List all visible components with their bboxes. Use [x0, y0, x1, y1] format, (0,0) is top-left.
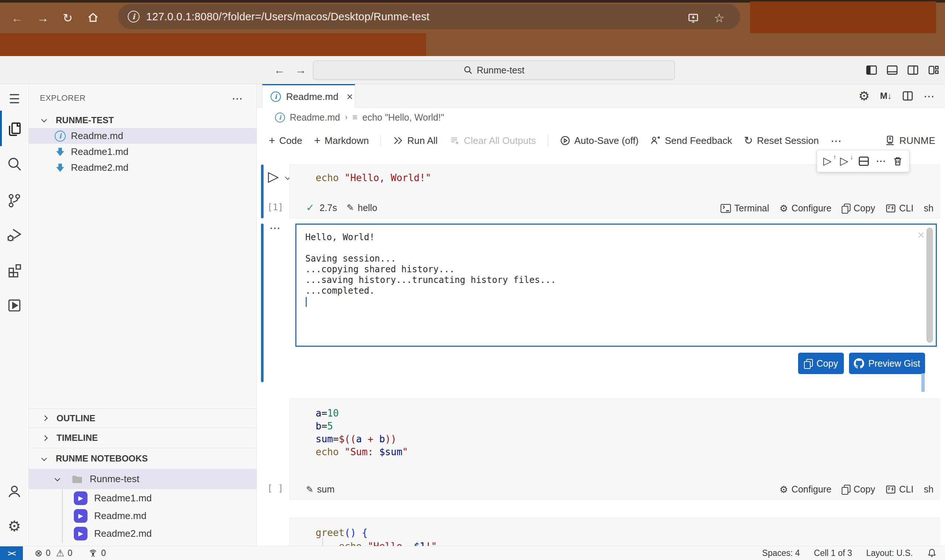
toggle-secondary-sidebar-icon[interactable] [907, 65, 919, 75]
terminal-output[interactable]: Hello, World! Saving session... ...copyi… [295, 223, 937, 347]
browser-theme-block-left [0, 33, 426, 56]
run-cell-icon[interactable]: ▷ [268, 168, 279, 185]
browser-theme-block [750, 2, 936, 33]
settings-gear-icon[interactable]: ⚙ [0, 512, 29, 540]
toggle-primary-sidebar-icon[interactable] [866, 65, 877, 75]
markdown-preview-icon[interactable]: M↓ [880, 91, 892, 101]
breadcrumb-file[interactable]: Readme.md [290, 112, 340, 123]
run-all-button[interactable]: Run All [393, 135, 438, 146]
notebook-file-row[interactable]: ▶ Readme1.md [29, 489, 257, 507]
status-layout[interactable]: Layout: U.S. [866, 548, 913, 558]
send-feedback-button[interactable]: Send Feedback [651, 135, 732, 146]
status-cell[interactable]: Cell 1 of 3 [814, 548, 853, 558]
timeline-section-header[interactable]: TIMELINE [29, 428, 257, 448]
notebook-folder-row[interactable]: Runme-test [29, 469, 257, 489]
toolbar-more-icon[interactable]: ⋯ [831, 134, 842, 147]
run-above-icon[interactable]: ▷↑ [823, 156, 831, 166]
status-spaces[interactable]: Spaces: 4 [762, 548, 800, 558]
open-terminal-button[interactable]: Terminal [721, 203, 769, 214]
notebook-settings-gear-icon[interactable]: ⚙ [859, 90, 870, 102]
run-all-icon [393, 135, 403, 146]
copy-cell-button[interactable]: Copy [842, 203, 875, 214]
toggle-panel-icon[interactable] [887, 65, 898, 75]
explorer-root-folder[interactable]: RUNME-TEST [29, 112, 257, 128]
file-row-readme[interactable]: i Readme.md [29, 128, 257, 144]
configure-button[interactable]: ⚙Configure [780, 203, 832, 214]
command-center-search[interactable]: Runme-test [313, 60, 675, 80]
close-tab-icon[interactable]: × [347, 91, 353, 103]
cell-name[interactable]: sum [317, 484, 335, 495]
close-output-icon[interactable]: × [917, 228, 925, 242]
url-text[interactable]: 127.0.0.1:8080/?folder=/Users/macos/Desk… [146, 11, 430, 23]
code-cell-1[interactable]: echo "Hello, World!" ✓ 2.7s ✎ hello Term… [290, 165, 940, 218]
install-app-icon[interactable] [688, 12, 699, 24]
run-debug-icon[interactable] [0, 221, 29, 249]
run-below-icon[interactable]: ▷↓ [840, 156, 848, 166]
cell-name[interactable]: hello [358, 203, 377, 213]
search-icon[interactable] [0, 150, 29, 178]
browser-reload-icon[interactable]: ↻ [63, 12, 73, 24]
cell-language[interactable]: sh [924, 203, 934, 214]
ports-count[interactable]: 0 [101, 548, 106, 558]
add-markdown-button[interactable]: +Markdown [314, 134, 369, 147]
copy-cell-button[interactable]: Copy [842, 484, 875, 495]
copy-output-button[interactable]: Copy [798, 353, 844, 374]
browser-address-bar[interactable]: i 127.0.0.1:8080/?folder=/Users/macos/De… [118, 4, 740, 29]
cli-button[interactable]: CLI [886, 203, 914, 214]
copy-icon [842, 485, 850, 494]
menu-hamburger-icon[interactable]: ☰ [0, 85, 29, 113]
account-icon[interactable] [0, 477, 29, 505]
notebook-file-row[interactable]: ▶ Readme2.md [29, 525, 257, 542]
notebook-file-row[interactable]: ▶ Readme.md [29, 507, 257, 525]
history-forward-icon[interactable]: → [295, 64, 307, 76]
output-scrollbar[interactable] [927, 228, 933, 343]
runme-logo-icon [885, 135, 896, 146]
runme-notebooks-section-header[interactable]: RUNME NOTEBOOKS [29, 448, 257, 469]
bookmark-star-icon[interactable]: ☆ [714, 11, 725, 25]
preview-gist-button[interactable]: Preview Gist [849, 353, 925, 374]
pencil-icon[interactable]: ✎ [306, 485, 313, 495]
breadcrumb-symbol[interactable]: echo "Hello, World!" [362, 112, 444, 123]
code-cell-3[interactable]: greet() { echo "Hello, $1!" [290, 518, 940, 546]
split-cell-icon[interactable] [858, 156, 869, 166]
configure-button[interactable]: ⚙Configure [780, 484, 832, 495]
reset-session-button[interactable]: ↻ Reset Session [744, 134, 819, 147]
clear-all-outputs-button[interactable]: Clear All Outputs [450, 135, 536, 146]
customize-layout-icon[interactable] [928, 65, 939, 75]
execution-count: [1] [267, 202, 283, 212]
delete-cell-icon[interactable] [893, 156, 903, 166]
explorer-icon[interactable] [0, 115, 29, 143]
cell-more-icon[interactable]: ⋯ [876, 155, 886, 167]
browser-forward-icon[interactable]: → [37, 12, 49, 24]
chevron-right-icon [42, 435, 48, 441]
outline-section-header[interactable]: OUTLINE [29, 408, 257, 428]
file-row-readme2[interactable]: Readme2.md [29, 160, 257, 175]
sidebar-more-icon[interactable]: ⋯ [232, 92, 243, 105]
notebook-scrollbar[interactable] [921, 373, 925, 392]
remote-indicator[interactable]: >< [0, 546, 23, 560]
runme-notebooks-icon[interactable] [0, 291, 29, 320]
tab-readme[interactable]: i Readme.md × [262, 84, 355, 108]
info-file-icon: i [271, 91, 281, 102]
info-file-icon: i [55, 131, 66, 142]
add-code-button[interactable]: +Code [269, 134, 302, 147]
source-control-icon[interactable] [0, 187, 29, 215]
notifications-bell-icon[interactable] [927, 548, 937, 558]
browser-back-icon[interactable]: ← [11, 12, 23, 24]
file-row-readme1[interactable]: Readme1.md [29, 144, 257, 160]
output-more-icon[interactable]: ⋯ [270, 222, 281, 234]
browser-home-icon[interactable] [87, 11, 99, 24]
code-cell-2[interactable]: a=10 b=5 sum=$((a + b)) echo "Sum: $sum"… [290, 398, 940, 500]
site-info-icon[interactable]: i [128, 11, 140, 23]
history-back-icon[interactable]: ← [274, 64, 285, 76]
auto-save-button[interactable]: Auto-Save (off) [560, 135, 638, 146]
errors-count[interactable]: 0 [46, 548, 51, 558]
more-actions-icon[interactable]: ⋯ [923, 90, 935, 103]
cell-language[interactable]: sh [924, 484, 934, 495]
runme-play-icon: ▶ [74, 491, 88, 505]
split-editor-icon[interactable] [902, 91, 913, 101]
warnings-count[interactable]: 0 [68, 548, 72, 558]
pencil-icon[interactable]: ✎ [347, 203, 354, 213]
cli-button[interactable]: CLI [886, 484, 914, 495]
extensions-icon[interactable] [0, 256, 29, 284]
